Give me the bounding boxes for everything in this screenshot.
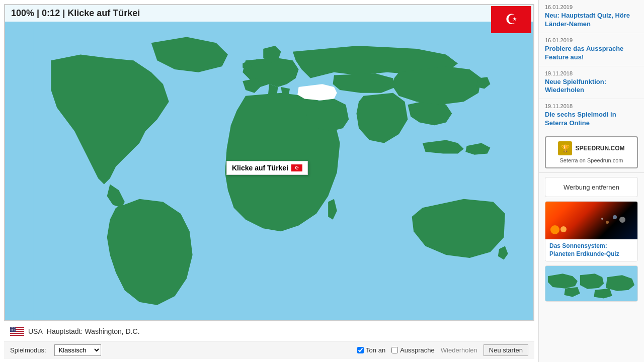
crescent-star-icon: ☪ — [505, 13, 518, 27]
status-bar: USA Hauptstadt: Washington, D.C. — [4, 321, 534, 341]
main-content: 100% | 0:12 | Klicke auf Türkei ☪ — [0, 0, 538, 362]
sidebar-title-2[interactable]: Neue Spielfunktion: Wiederholen — [545, 78, 638, 95]
status-capital-value: Washington, D.C. — [85, 327, 139, 335]
sidebar-title-0[interactable]: Neu: Hauptstadt Quiz, Höre Länder-Namen — [545, 12, 638, 29]
sidebar-item-1: 16.01.2019 Probiere das Aussprache Featu… — [539, 33, 644, 66]
svg-point-11 — [12, 329, 13, 330]
svg-point-15 — [14, 330, 15, 331]
werbung-box[interactable]: Werbung entfernen — [545, 177, 638, 197]
svg-point-17 — [613, 215, 617, 219]
spielmodus-label: Spielmodus: — [10, 346, 46, 354]
progress-value: 100% — [11, 8, 34, 18]
usa-flag-icon — [10, 327, 24, 336]
planet-quiz-image — [545, 202, 637, 239]
map-header: 100% | 0:12 | Klicke auf Türkei — [5, 5, 533, 22]
speedrun-logo: 🏆 SPEEDRUN.COM — [558, 141, 624, 155]
ton-checkbox[interactable] — [357, 347, 364, 353]
sidebar-title-3[interactable]: Die sechs Spielmodi in Seterra Online — [545, 111, 638, 128]
sidebar-date-1: 16.01.2019 — [545, 37, 638, 43]
spielmodus-select[interactable]: Klassisch Marathon Todeszone — [54, 344, 101, 356]
tooltip-flag-icon: ☪ — [295, 165, 299, 170]
ton-checkbox-label[interactable]: Ton an — [357, 346, 385, 354]
aussprache-checkbox-label[interactable]: Aussprache — [391, 346, 435, 354]
timer-value: 0:12 — [42, 8, 60, 18]
status-country-name: USA — [28, 327, 43, 335]
svg-point-13 — [11, 330, 12, 331]
controls-bar: Spielmodus: Klassisch Marathon Todeszone… — [4, 341, 534, 359]
svg-point-14 — [12, 330, 13, 331]
map-container[interactable]: 100% | 0:12 | Klicke auf Türkei ☪ — [4, 4, 534, 321]
speedrun-text: SPEEDRUN.COM — [575, 145, 624, 152]
svg-point-16 — [619, 217, 625, 223]
planet-dots — [597, 210, 627, 232]
status-capital-label: Hauptstadt: — [47, 327, 83, 335]
wiederholen-link[interactable]: Wiederholen — [441, 346, 477, 354]
sidebar-item-3: 19.11.2018 Die sechs Spielmodi in Seterr… — [539, 99, 644, 132]
sidebar-date-0: 16.01.2019 — [545, 4, 638, 10]
sidebar-date-3: 19.11.2018 — [545, 103, 638, 109]
map-tooltip: Klicke auf Türkei ☪ — [226, 161, 308, 175]
divider-1 — [539, 172, 644, 173]
werbung-label: Werbung entfernen — [564, 184, 619, 191]
tooltip-turkey-flag: ☪ — [291, 164, 302, 171]
sidebar-date-2: 19.11.2018 — [545, 70, 638, 76]
planet-quiz-title: Das Sonnensystem: Planeten Erdkunde-Quiz — [549, 242, 633, 258]
svg-point-8 — [12, 327, 13, 328]
controls-right: Ton an Aussprache Wiederholen Neu starte… — [357, 344, 528, 356]
speedrun-icon: 🏆 — [558, 141, 572, 155]
neu-starten-button[interactable]: Neu starten — [484, 344, 528, 356]
planet-quiz-box[interactable]: Das Sonnensystem: Planeten Erdkunde-Quiz — [545, 201, 638, 261]
game-status: 100% | 0:12 | Klicke auf Türkei — [11, 8, 140, 19]
world-thumb-image — [545, 266, 637, 301]
svg-point-18 — [606, 221, 609, 224]
svg-rect-5 — [10, 334, 24, 335]
aussprache-label: Aussprache — [400, 346, 435, 354]
svg-rect-4 — [10, 332, 24, 333]
speedrun-link[interactable]: Seterra on Speedrun.com — [560, 157, 623, 163]
sidebar-item-2: 19.11.2018 Neue Spielfunktion: Wiederhol… — [539, 66, 644, 100]
speedrun-box[interactable]: 🏆 SPEEDRUN.COM Seterra on Speedrun.com — [545, 136, 638, 168]
sidebar-item-0: 16.01.2019 Neu: Hauptstadt Quiz, Höre Lä… — [539, 0, 644, 33]
aussprache-checkbox[interactable] — [391, 347, 398, 353]
planet-quiz-info: Das Sonnensystem: Planeten Erdkunde-Quiz — [545, 239, 637, 261]
svg-point-10 — [11, 329, 12, 330]
svg-point-12 — [14, 329, 15, 330]
turkey-flag-display: ☪ — [491, 6, 531, 33]
svg-point-9 — [14, 327, 15, 328]
svg-point-19 — [601, 218, 603, 220]
sidebar: 16.01.2019 Neu: Hauptstadt Quiz, Höre Lä… — [538, 0, 644, 362]
world-thumb-box[interactable] — [545, 265, 638, 302]
instruction-text: Klicke auf Türkei — [67, 8, 140, 18]
ton-label: Ton an — [366, 346, 385, 354]
tooltip-text: Klicke auf Türkei — [232, 164, 288, 172]
sidebar-title-1[interactable]: Probiere das Aussprache Feature aus! — [545, 45, 638, 62]
svg-point-7 — [11, 327, 12, 328]
